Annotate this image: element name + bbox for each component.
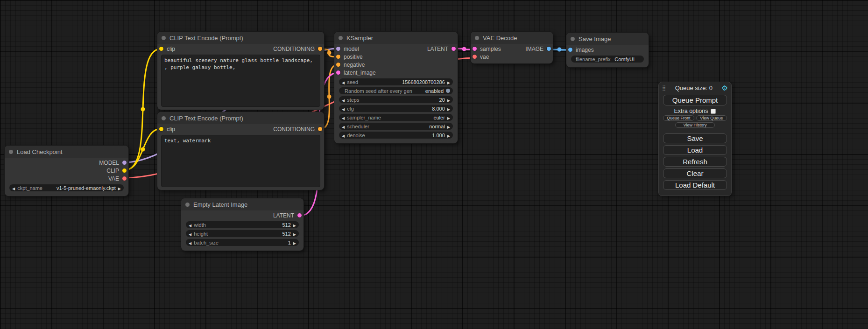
save-button[interactable]: Save	[663, 133, 727, 143]
widget-seed[interactable]: seed 156680208700286	[339, 78, 453, 85]
input-slot-images[interactable]: images	[568, 47, 594, 53]
output-slot-image[interactable]: IMAGE	[525, 46, 551, 52]
output-port-conditioning[interactable]	[318, 47, 322, 51]
decrement-arrow-icon[interactable]	[189, 231, 191, 237]
increment-arrow-icon[interactable]	[447, 124, 450, 129]
increment-arrow-icon[interactable]	[293, 240, 296, 245]
output-slot-conditioning[interactable]: CONDITIONING	[273, 126, 322, 133]
node-collapse-dot[interactable]	[475, 36, 479, 40]
node-empty-latent-image[interactable]: Empty Latent Image LATENT width 512 heig…	[181, 198, 303, 251]
node-title-bar[interactable]: KSampler	[334, 32, 458, 44]
clear-button[interactable]: Clear	[663, 168, 727, 178]
node-title-bar[interactable]: VAE Decode	[471, 32, 553, 44]
widget-cfg[interactable]: cfg 8.000	[339, 105, 453, 112]
decrement-arrow-icon[interactable]	[189, 240, 191, 245]
output-port-vae[interactable]	[122, 176, 127, 181]
decrement-arrow-icon[interactable]	[342, 79, 345, 85]
increment-arrow-icon[interactable]	[447, 133, 450, 138]
decrement-arrow-icon[interactable]	[12, 185, 15, 191]
node-clip-text-encode-positive[interactable]: CLIP Text Encode (Prompt) clip CONDITION…	[157, 32, 324, 110]
widget-steps[interactable]: steps 20	[339, 96, 453, 103]
node-load-checkpoint[interactable]: Load Checkpoint MODEL CLIP VAE ckpt_name…	[5, 146, 128, 196]
output-slot-model[interactable]: MODEL	[99, 160, 127, 166]
node-title-bar[interactable]: CLIP Text Encode (Prompt)	[157, 32, 324, 44]
node-vae-decode[interactable]: VAE Decode samples IMAGE vae	[471, 32, 553, 63]
output-slot-latent[interactable]: LATENT	[427, 46, 456, 52]
node-title-bar[interactable]: Save Image	[566, 33, 649, 45]
widget-height[interactable]: height 512	[186, 230, 299, 237]
widget-denoise[interactable]: denoise 1.000	[339, 132, 453, 139]
increment-arrow-icon[interactable]	[118, 185, 121, 191]
toggle-knob-icon[interactable]	[446, 89, 450, 93]
output-port-latent[interactable]	[297, 213, 302, 217]
node-title-bar[interactable]: Load Checkpoint	[5, 146, 128, 158]
node-title-bar[interactable]: Empty Latent Image	[181, 198, 303, 210]
node-collapse-dot[interactable]	[162, 36, 166, 40]
decrement-arrow-icon[interactable]	[342, 115, 345, 120]
negative-prompt-textarea[interactable]: text, watermark	[161, 135, 320, 187]
input-slot-positive[interactable]: positive	[336, 54, 363, 60]
view-queue-button[interactable]: View Queue	[696, 115, 727, 121]
queue-front-button[interactable]: Queue Front	[663, 115, 694, 121]
input-port-clip[interactable]	[159, 47, 163, 51]
increment-arrow-icon[interactable]	[293, 222, 296, 228]
input-slot-model[interactable]: model	[336, 46, 359, 52]
node-collapse-dot[interactable]	[339, 36, 343, 40]
node-collapse-dot[interactable]	[9, 150, 13, 154]
decrement-arrow-icon[interactable]	[342, 133, 345, 138]
node-title-bar[interactable]: CLIP Text Encode (Prompt)	[157, 112, 324, 124]
output-slot-vae[interactable]: VAE	[108, 175, 127, 182]
input-port-samples[interactable]	[473, 47, 477, 51]
node-collapse-dot[interactable]	[162, 116, 166, 120]
increment-arrow-icon[interactable]	[447, 97, 450, 103]
input-port-vae[interactable]	[473, 55, 477, 59]
decrement-arrow-icon[interactable]	[342, 124, 345, 129]
comfyui-canvas[interactable]: { "wire_colors": { "model": "#B39DDB", "…	[0, 0, 868, 329]
node-collapse-dot[interactable]	[185, 203, 190, 207]
input-port-positive[interactable]	[336, 55, 340, 59]
settings-gear-icon[interactable]: ⚙	[722, 84, 728, 91]
widget-batch-size[interactable]: batch_size 1	[186, 239, 299, 246]
node-ksampler[interactable]: KSampler model LATENT positive negative	[334, 32, 458, 143]
widget-filename-prefix[interactable]: filename_prefix ComfyUI	[571, 56, 644, 63]
widget-ckpt-name[interactable]: ckpt_name v1-5-pruned-emaonly.ckpt	[9, 184, 124, 191]
input-port-latent-image[interactable]	[336, 70, 340, 75]
output-slot-clip[interactable]: CLIP	[106, 168, 127, 174]
input-port-negative[interactable]	[336, 63, 340, 67]
input-port-images[interactable]	[568, 48, 572, 52]
refresh-button[interactable]: Refresh	[663, 157, 727, 167]
decrement-arrow-icon[interactable]	[189, 222, 191, 228]
output-slot-latent[interactable]: LATENT	[273, 212, 302, 219]
output-port-latent[interactable]	[452, 47, 456, 51]
queue-prompt-button[interactable]: Queue Prompt	[663, 95, 727, 105]
input-port-clip[interactable]	[159, 127, 163, 131]
output-port-conditioning[interactable]	[318, 127, 322, 131]
view-history-button[interactable]: View History	[675, 122, 715, 128]
widget-random-seed-toggle[interactable]: Random seed after every gen enabled	[339, 87, 453, 94]
increment-arrow-icon[interactable]	[447, 79, 450, 85]
positive-prompt-textarea[interactable]: beautiful scenery nature glass bottle la…	[161, 55, 320, 107]
input-slot-clip[interactable]: clip	[159, 46, 175, 52]
load-default-button[interactable]: Load Default	[663, 180, 727, 190]
widget-scheduler[interactable]: scheduler normal	[339, 123, 453, 130]
input-slot-clip[interactable]: clip	[159, 126, 175, 133]
widget-width[interactable]: width 512	[186, 221, 299, 228]
output-slot-conditioning[interactable]: CONDITIONING	[273, 46, 322, 52]
node-collapse-dot[interactable]	[571, 37, 575, 41]
increment-arrow-icon[interactable]	[447, 115, 450, 120]
input-slot-negative[interactable]: negative	[336, 62, 365, 68]
increment-arrow-icon[interactable]	[447, 106, 450, 112]
extra-options-checkbox[interactable]	[711, 109, 716, 114]
input-slot-latent-image[interactable]: latent_image	[336, 70, 376, 76]
decrement-arrow-icon[interactable]	[342, 97, 345, 103]
drag-handle-icon[interactable]: ⣿	[662, 85, 666, 91]
load-button[interactable]: Load	[663, 145, 727, 155]
input-slot-vae[interactable]: vae	[473, 54, 489, 60]
input-port-model[interactable]	[336, 47, 340, 51]
widget-sampler-name[interactable]: sampler_name euler	[339, 114, 453, 121]
output-port-model[interactable]	[122, 161, 127, 165]
input-slot-samples[interactable]: samples	[473, 46, 501, 52]
output-port-clip[interactable]	[122, 168, 127, 173]
decrement-arrow-icon[interactable]	[342, 106, 345, 112]
node-clip-text-encode-negative[interactable]: CLIP Text Encode (Prompt) clip CONDITION…	[157, 112, 324, 190]
